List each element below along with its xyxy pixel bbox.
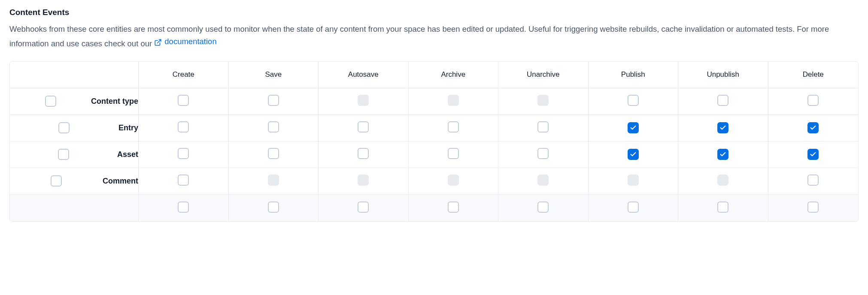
checkbox-unarchive: [537, 95, 549, 106]
checkbox-delete[interactable]: [807, 95, 819, 106]
cell-unpublish: [678, 115, 768, 141]
row-label: Entry: [118, 123, 138, 132]
checkbox-save[interactable]: [268, 121, 279, 132]
column-header-unarchive: Unarchive: [498, 62, 589, 88]
description-text: Webhooks from these core entities are mo…: [9, 24, 829, 48]
checkbox-autosave[interactable]: [358, 121, 369, 132]
select-all-checkbox-create[interactable]: [178, 202, 189, 213]
table-row: Content type: [10, 88, 858, 115]
checkbox-create[interactable]: [178, 121, 189, 132]
row-select-checkbox[interactable]: [51, 175, 62, 187]
checkbox-create[interactable]: [178, 148, 189, 159]
checkbox-publish[interactable]: [628, 95, 639, 106]
documentation-link-label: documentation: [164, 36, 216, 48]
checkbox-archive[interactable]: [448, 121, 459, 132]
checkbox-archive: [448, 95, 459, 106]
svg-line-0: [158, 39, 161, 43]
section-description: Webhooks from these core entities are mo…: [9, 23, 859, 50]
table-footer-row: [10, 195, 858, 221]
cell-create: [139, 168, 229, 195]
cell-create: [139, 88, 229, 115]
footer-corner-cell: [10, 195, 139, 221]
row-label: Comment: [103, 177, 138, 186]
select-all-checkbox-autosave[interactable]: [358, 202, 369, 213]
cell-create: [139, 115, 229, 141]
table-row: Asset: [10, 141, 858, 168]
cell-unarchive: [498, 141, 589, 168]
column-header-create: Create: [139, 62, 229, 88]
checkbox-publish: [628, 175, 639, 186]
cell-autosave: [319, 141, 409, 168]
table-header-row: Create Save Autosave Archive Unarchive P…: [10, 62, 858, 88]
checkbox-unpublish[interactable]: [717, 149, 728, 160]
cell-delete: [768, 168, 859, 195]
column-header-save: Save: [229, 62, 319, 88]
checkbox-publish[interactable]: [628, 149, 639, 160]
checkbox-save[interactable]: [268, 95, 279, 106]
cell-create: [139, 141, 229, 168]
documentation-link[interactable]: documentation: [154, 36, 216, 48]
cell-save: [229, 115, 319, 141]
select-all-checkbox-delete[interactable]: [807, 202, 819, 213]
cell-archive: [409, 115, 499, 141]
checkbox-archive[interactable]: [448, 148, 459, 159]
checkbox-publish[interactable]: [628, 122, 639, 133]
select-all-checkbox-unpublish[interactable]: [717, 202, 728, 213]
events-table: Create Save Autosave Archive Unarchive P…: [9, 61, 859, 222]
checkbox-archive: [448, 175, 459, 186]
cell-autosave: [319, 115, 409, 141]
row-header: Content type: [10, 88, 138, 114]
row-label: Asset: [117, 150, 138, 159]
checkbox-unarchive[interactable]: [537, 121, 549, 132]
checkbox-delete[interactable]: [807, 149, 819, 160]
footer-cell-publish: [589, 195, 679, 221]
cell-archive: [409, 168, 499, 195]
column-header-autosave: Autosave: [319, 62, 409, 88]
cell-archive: [409, 141, 499, 168]
table-row: Comment: [10, 168, 858, 195]
row-label: Content type: [91, 97, 138, 106]
cell-save: [229, 168, 319, 195]
select-all-checkbox-unarchive[interactable]: [537, 202, 549, 213]
cell-delete: [768, 115, 859, 141]
cell-publish: [589, 88, 679, 115]
cell-unarchive: [498, 115, 589, 141]
checkbox-delete[interactable]: [807, 122, 819, 133]
checkbox-unarchive[interactable]: [537, 148, 549, 159]
table-row: Entry: [10, 115, 858, 141]
cell-autosave: [319, 168, 409, 195]
select-all-checkbox-publish[interactable]: [628, 202, 639, 213]
checkbox-save[interactable]: [268, 148, 279, 159]
checkbox-unpublish: [717, 175, 728, 186]
footer-cell-unarchive: [498, 195, 589, 221]
cell-publish: [589, 115, 679, 141]
cell-unarchive: [498, 168, 589, 195]
table-corner-cell: [10, 62, 139, 88]
column-header-publish: Publish: [589, 62, 679, 88]
checkbox-unpublish[interactable]: [717, 95, 728, 106]
cell-unpublish: [678, 88, 768, 115]
checkbox-create[interactable]: [178, 175, 189, 186]
cell-unarchive: [498, 88, 589, 115]
row-select-checkbox[interactable]: [58, 122, 70, 133]
checkbox-autosave[interactable]: [358, 148, 369, 159]
section-title: Content Events: [9, 8, 859, 17]
cell-publish: [589, 141, 679, 168]
cell-unpublish: [678, 141, 768, 168]
cell-publish: [589, 168, 679, 195]
cell-delete: [768, 88, 859, 115]
checkbox-create[interactable]: [178, 95, 189, 106]
select-all-checkbox-save[interactable]: [268, 202, 279, 213]
footer-cell-unpublish: [678, 195, 768, 221]
select-all-checkbox-archive[interactable]: [448, 202, 459, 213]
cell-save: [229, 141, 319, 168]
column-header-delete: Delete: [768, 62, 859, 88]
checkbox-unpublish[interactable]: [717, 122, 728, 133]
checkbox-unarchive: [537, 175, 549, 186]
row-select-checkbox[interactable]: [45, 96, 56, 107]
cell-autosave: [319, 88, 409, 115]
checkbox-delete[interactable]: [807, 175, 819, 186]
footer-cell-create: [139, 195, 229, 221]
row-select-checkbox[interactable]: [58, 149, 69, 160]
row-header: Asset: [10, 141, 138, 168]
